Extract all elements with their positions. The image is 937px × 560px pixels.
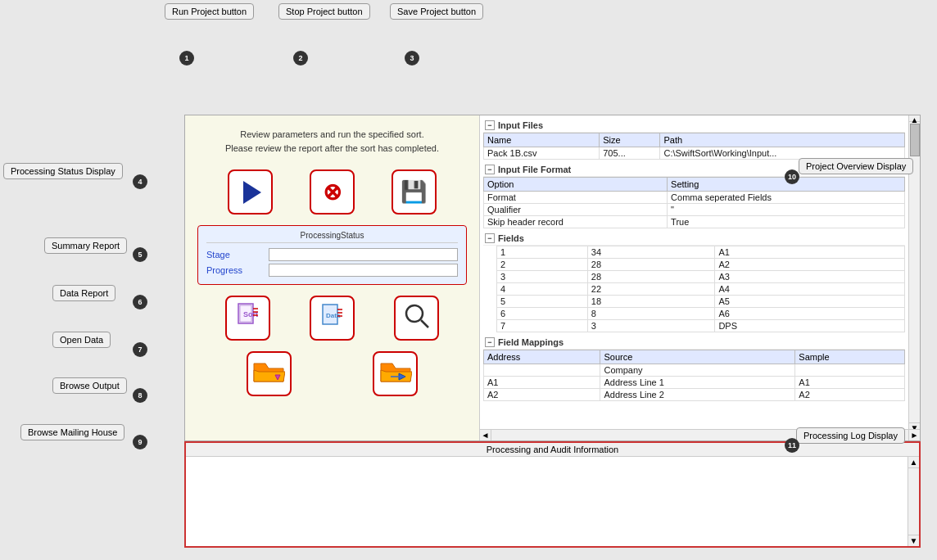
- run-button[interactable]: [228, 169, 273, 215]
- processing-status-box: ProcessingStatus Stage Progress: [197, 225, 467, 285]
- collapse-fields[interactable]: −: [485, 233, 495, 243]
- stage-label: Stage: [206, 250, 264, 260]
- svg-point-11: [406, 305, 423, 322]
- log-scroll-track: [908, 468, 919, 535]
- field-mappings-label: Field Mappings: [498, 337, 564, 347]
- data-button[interactable]: Data: [310, 296, 355, 341]
- field-row-7[interactable]: 73DPS: [497, 320, 905, 332]
- project-overview-tooltip: Project Overview Display: [799, 158, 913, 174]
- scroll-right[interactable]: ►: [908, 430, 920, 440]
- field-row-1[interactable]: 134A1: [497, 246, 905, 259]
- info-line-1: Review parameters and run the specified …: [197, 128, 467, 142]
- processing-log-section: Processing and Audit Information ▲ ▼: [184, 441, 921, 548]
- company-source: Company: [600, 364, 795, 377]
- field-row-5[interactable]: 518A5: [497, 296, 905, 308]
- format-row[interactable]: Format Comma seperated Fields: [484, 192, 905, 204]
- scroll-thumb[interactable]: [910, 124, 920, 156]
- field-row-3[interactable]: 328A3: [497, 271, 905, 283]
- svg-line-12: [421, 320, 428, 327]
- search-icon: [402, 301, 432, 336]
- info-line-2: Please review the report after the sort …: [197, 142, 467, 156]
- summary-report-tooltip: Summary Report: [44, 237, 127, 254]
- field-row-2[interactable]: 228A2: [497, 259, 905, 271]
- folder-open-icon: [252, 357, 285, 391]
- badge-2: 2: [293, 51, 308, 65]
- processing-status-tooltip: Processing Status Display: [3, 163, 123, 179]
- fields-header: − Fields: [483, 232, 905, 246]
- format-setting: Comma seperated Fields: [668, 192, 905, 204]
- col-sample: Sample: [795, 350, 905, 364]
- qualifier-option: Qualifier: [484, 204, 668, 216]
- fields-table: 134A1 228A2 328A3 422A4 518A5 68A6 73DPS: [496, 246, 905, 332]
- open-data-tooltip: Open Data: [52, 332, 111, 348]
- mapping-row-a1[interactable]: A1 Address Line 1 A1: [484, 377, 905, 389]
- collapse-field-mappings[interactable]: −: [485, 337, 495, 347]
- progress-label: Progress: [206, 265, 264, 275]
- badge-6: 6: [133, 295, 147, 309]
- qualifier-setting: ": [668, 204, 905, 216]
- log-scroll-up[interactable]: ▲: [908, 457, 919, 468]
- processing-log-tooltip: Processing Log Display: [796, 427, 905, 444]
- stage-row: Stage: [206, 248, 458, 261]
- badge-5: 5: [133, 247, 147, 262]
- collapse-input-format[interactable]: −: [485, 165, 495, 174]
- browse-output-button[interactable]: [247, 351, 292, 396]
- progress-row: Progress: [206, 264, 458, 277]
- skip-setting: True: [668, 216, 905, 228]
- badge-4: 4: [133, 174, 147, 189]
- mapping-row-company[interactable]: Company: [484, 364, 905, 377]
- log-scrollbar[interactable]: ▲ ▼: [908, 457, 919, 546]
- main-container: Review parameters and run the specified …: [184, 115, 921, 548]
- scroll-up[interactable]: ▲: [909, 115, 920, 122]
- badge-8: 8: [133, 388, 147, 403]
- fields-label: Fields: [498, 233, 524, 243]
- log-scroll-down[interactable]: ▼: [908, 535, 919, 546]
- collapse-input-files[interactable]: −: [485, 120, 495, 130]
- stage-field: [269, 248, 458, 261]
- col-address: Address: [484, 350, 600, 364]
- a2-source: Address Line 2: [600, 389, 795, 401]
- skip-header-row[interactable]: Skip header record True: [484, 216, 905, 228]
- a2-sample: A2: [795, 389, 905, 401]
- info-text: Review parameters and run the specified …: [193, 124, 471, 159]
- folder-action-buttons: [193, 351, 471, 400]
- stop-button[interactable]: ⊗: [310, 169, 355, 215]
- stop-project-tooltip: Stop Project button: [278, 3, 370, 20]
- save-icon: 💾: [401, 179, 427, 205]
- field-mappings-table: Address Source Sample Company: [483, 350, 905, 401]
- search-button[interactable]: [394, 296, 439, 341]
- col-path: Path: [660, 133, 905, 147]
- input-files-label: Input Files: [498, 120, 543, 130]
- play-icon: [243, 181, 261, 204]
- skip-option: Skip header record: [484, 216, 668, 228]
- browse-output-tooltip: Browse Output: [52, 377, 127, 394]
- data-report-tooltip: Data Report: [52, 285, 115, 301]
- data-icon: Data: [319, 303, 346, 334]
- badge-3: 3: [405, 51, 419, 65]
- warning-icon: ⊗: [323, 178, 342, 205]
- save-button[interactable]: 💾: [392, 169, 437, 215]
- field-row-4[interactable]: 422A4: [497, 283, 905, 296]
- col-size: Size: [600, 133, 660, 147]
- col-source: Source: [600, 350, 795, 364]
- sort-button[interactable]: Sort: [225, 296, 270, 341]
- qualifier-row[interactable]: Qualifier ": [484, 204, 905, 216]
- badge-9: 9: [133, 435, 147, 449]
- input-files-table: Name Size Path Pack 1B.csv 705... C:\Swi…: [483, 133, 905, 160]
- badge-1: 1: [179, 51, 194, 65]
- left-panel: Review parameters and run the specified …: [185, 115, 480, 440]
- format-option: Format: [484, 192, 668, 204]
- sort-icon: Sort: [235, 302, 261, 334]
- main-action-buttons: ⊗ 💾: [193, 165, 471, 219]
- browse-mailing-house-button[interactable]: [373, 351, 418, 396]
- scroll-down[interactable]: ▼: [909, 422, 920, 429]
- a1-sample: A1: [795, 377, 905, 389]
- mapping-row-a2[interactable]: A2 Address Line 2 A2: [484, 389, 905, 401]
- processing-status-title: ProcessingStatus: [206, 231, 458, 243]
- badge-11: 11: [785, 438, 799, 453]
- badge-7: 7: [133, 342, 147, 357]
- field-row-6[interactable]: 68A6: [497, 308, 905, 320]
- folder-arrow-icon: [379, 357, 412, 391]
- log-content: [186, 457, 908, 546]
- scroll-left[interactable]: ◄: [480, 430, 491, 440]
